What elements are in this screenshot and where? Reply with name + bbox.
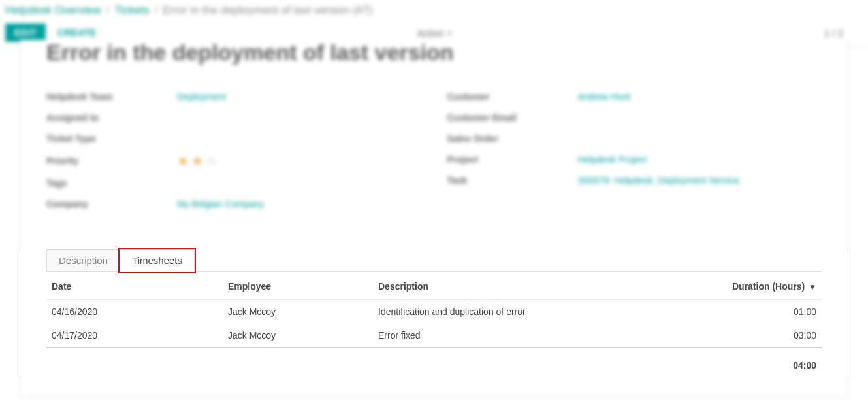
label-assigned-to: Assigned to [46,112,177,123]
label-helpdesk-team: Helpdesk Team [46,92,177,102]
table-row[interactable]: 04/17/2020Jack MccoyError fixed03:00 [46,324,822,348]
cell-date: 04/16/2020 [46,300,223,324]
breadcrumb-tickets[interactable]: Tickets [114,4,149,17]
value-task[interactable]: S00079: Helpdesk: Deployment Service [578,175,739,186]
priority-stars[interactable]: ★ ★ ☆ [177,153,217,169]
pager[interactable]: 1 / 2 [824,27,863,39]
label-project: Project [447,154,578,165]
star-icon[interactable]: ☆ [206,153,217,169]
breadcrumb: Helpdesk Overview / Tickets / Error in t… [0,0,868,21]
table-row[interactable]: 04/16/2020Jack MccoyIdentification and d… [46,300,822,324]
tab-timesheets[interactable]: Timesheets [120,249,195,272]
timesheets-table: Date Employee Description Duration (Hour… [46,272,822,377]
col-date[interactable]: Date [46,272,223,300]
edit-button[interactable]: EDIT [5,24,46,42]
breadcrumb-sep: / [106,4,109,17]
value-helpdesk-team[interactable]: Deployment [177,92,226,102]
tab-bar: Description Timesheets [46,249,822,272]
col-duration[interactable]: Duration (Hours) ▼ [711,272,822,300]
cell-description: Error fixed [373,324,711,348]
cell-duration: 03:00 [711,324,822,348]
sort-desc-icon: ▼ [809,282,816,292]
action-label: Action [417,27,444,39]
breadcrumb-root[interactable]: Helpdesk Overview [5,4,101,17]
value-project[interactable]: Helpdesk Project [578,154,647,165]
value-company[interactable]: My Belgian Company [177,199,264,209]
col-duration-label: Duration (Hours) [732,281,805,292]
star-icon[interactable]: ★ [177,153,189,169]
cell-duration: 01:00 [711,300,822,324]
label-task: Task [447,175,578,186]
breadcrumb-current: Error in the deployment of last version … [163,4,372,17]
col-employee[interactable]: Employee [223,272,373,300]
timesheets-panel: Description Timesheets Date Employee Des… [20,249,848,377]
value-customer[interactable]: Andrew Hunt [578,92,631,102]
caret-down-icon: ▾ [448,29,451,37]
star-icon[interactable]: ★ [191,153,203,169]
cell-date: 04/17/2020 [46,324,223,348]
label-customer-email: Customer Email [447,112,578,123]
total-duration: 04:00 [711,348,822,377]
label-priority: Priority [46,156,177,166]
create-button[interactable]: CREATE [46,24,108,42]
col-description[interactable]: Description [373,272,711,300]
cell-employee: Jack Mccoy [223,300,373,324]
tab-description[interactable]: Description [46,249,120,271]
label-sales-order: Sales Order [447,133,578,144]
label-ticket-type: Ticket Type [46,133,177,144]
label-tags: Tags [46,178,177,188]
cell-description: Identification and duplication of error [373,300,711,324]
label-company: Company [46,199,177,209]
cell-employee: Jack Mccoy [223,324,373,348]
label-customer: Customer [447,92,578,102]
page-title: Error in the deployment of last version [46,40,822,65]
breadcrumb-sep: / [154,4,157,17]
action-dropdown[interactable]: Action ▾ [417,27,451,39]
